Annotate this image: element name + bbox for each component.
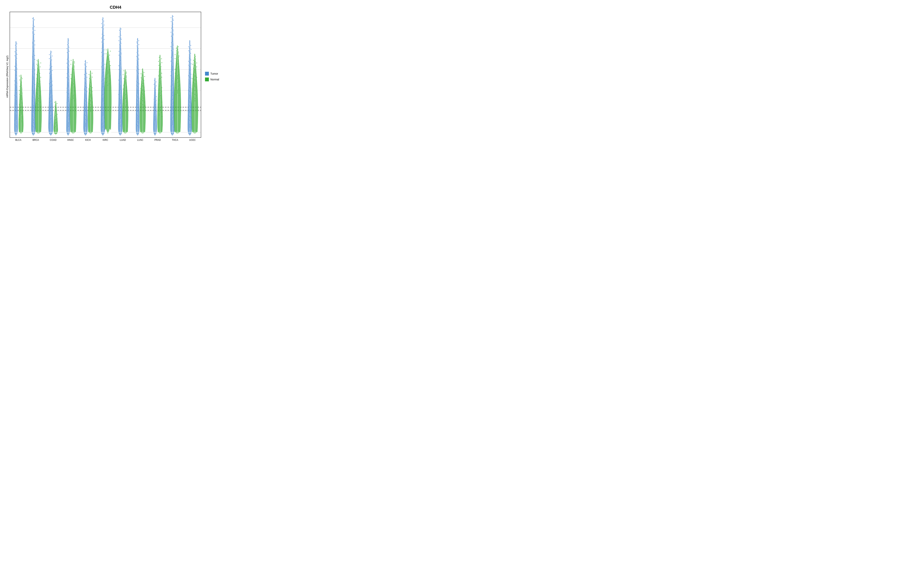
svg-point-671 xyxy=(120,57,121,58)
svg-point-36 xyxy=(15,99,16,100)
svg-point-286 xyxy=(50,63,52,64)
svg-point-739 xyxy=(137,107,138,108)
svg-point-750 xyxy=(137,92,138,93)
svg-point-864 xyxy=(160,110,161,111)
svg-point-48 xyxy=(16,83,17,84)
svg-point-578 xyxy=(102,31,103,32)
svg-point-282 xyxy=(49,69,50,69)
svg-point-341 xyxy=(68,100,69,101)
svg-point-909 xyxy=(172,124,173,125)
svg-point-880 xyxy=(159,89,160,89)
svg-point-128 xyxy=(32,114,33,115)
svg-point-680 xyxy=(120,45,121,47)
svg-point-173 xyxy=(34,55,35,56)
svg-point-615 xyxy=(107,52,108,53)
svg-point-636 xyxy=(120,103,121,104)
svg-point-423 xyxy=(85,124,86,125)
svg-point-139 xyxy=(32,100,33,101)
svg-point-60 xyxy=(16,67,17,68)
svg-point-65 xyxy=(16,61,16,61)
svg-point-354 xyxy=(68,82,69,84)
svg-point-927 xyxy=(171,100,171,101)
svg-point-174 xyxy=(32,54,34,55)
svg-point-875 xyxy=(160,95,161,96)
svg-point-459 xyxy=(86,77,87,78)
svg-point-881 xyxy=(161,87,162,88)
svg-point-444 xyxy=(85,97,86,98)
svg-point-1085 xyxy=(189,57,190,58)
svg-point-481 xyxy=(90,100,91,102)
svg-point-89 xyxy=(20,111,21,112)
svg-point-717 xyxy=(126,77,127,78)
svg-point-749 xyxy=(138,94,139,95)
svg-point-266 xyxy=(50,90,51,91)
svg-point-660 xyxy=(120,72,121,73)
svg-point-775 xyxy=(137,60,137,61)
svg-point-254 xyxy=(51,106,52,107)
svg-point-21 xyxy=(16,119,17,119)
svg-point-124 xyxy=(33,119,34,121)
svg-point-945 xyxy=(173,77,173,77)
svg-point-929 xyxy=(173,98,174,98)
svg-point-814 xyxy=(141,77,142,78)
svg-point-789 xyxy=(136,42,137,42)
svg-point-914 xyxy=(173,117,173,118)
svg-point-786 xyxy=(136,45,137,46)
svg-point-1071 xyxy=(188,75,189,76)
svg-point-868 xyxy=(158,104,159,105)
svg-point-438 xyxy=(85,105,86,105)
svg-point-1070 xyxy=(189,77,190,77)
svg-point-865 xyxy=(159,108,160,109)
svg-point-437 xyxy=(86,106,87,107)
svg-point-790 xyxy=(138,40,139,41)
svg-point-722 xyxy=(123,70,124,71)
svg-point-451 xyxy=(86,87,87,88)
x-axis-label-ucec: UCEC xyxy=(184,139,201,141)
svg-point-528 xyxy=(103,97,104,98)
svg-point-322 xyxy=(68,125,68,126)
svg-point-736 xyxy=(137,111,138,112)
svg-point-543 xyxy=(102,77,102,78)
svg-point-774 xyxy=(137,61,138,62)
svg-point-548 xyxy=(102,70,103,71)
svg-point-727 xyxy=(138,123,139,124)
svg-point-217 xyxy=(39,87,40,88)
svg-point-1117 xyxy=(196,77,197,78)
svg-point-164 xyxy=(32,67,33,68)
svg-point-27 xyxy=(16,111,17,112)
svg-point-747 xyxy=(137,97,138,98)
svg-point-754 xyxy=(138,87,139,88)
svg-point-703 xyxy=(124,95,125,96)
svg-point-1130 xyxy=(193,60,194,61)
svg-point-1035 xyxy=(189,123,190,124)
svg-point-732 xyxy=(137,116,139,117)
svg-point-1055 xyxy=(189,97,191,97)
svg-point-190 xyxy=(32,32,33,34)
svg-point-556 xyxy=(103,60,104,61)
svg-point-29 xyxy=(16,108,17,109)
svg-point-379 xyxy=(68,50,69,50)
svg-point-1004 xyxy=(178,81,179,82)
svg-point-651 xyxy=(119,84,120,84)
svg-point-350 xyxy=(66,88,68,89)
svg-point-1023 xyxy=(178,56,179,56)
svg-point-734 xyxy=(136,113,137,114)
svg-point-515 xyxy=(102,113,103,114)
svg-point-545 xyxy=(103,74,104,75)
svg-point-362 xyxy=(68,72,69,73)
svg-point-287 xyxy=(50,62,51,63)
svg-point-363 xyxy=(68,71,69,71)
svg-point-665 xyxy=(118,65,120,66)
svg-point-771 xyxy=(137,65,139,66)
svg-point-463 xyxy=(85,71,86,73)
svg-point-1090 xyxy=(188,50,189,51)
svg-point-910 xyxy=(172,123,173,124)
svg-point-763 xyxy=(137,76,138,77)
svg-point-1114 xyxy=(196,81,197,82)
svg-point-1021 xyxy=(174,58,176,59)
svg-point-196 xyxy=(32,25,34,26)
svg-point-564 xyxy=(103,50,105,50)
svg-point-634 xyxy=(121,106,122,107)
legend-label-normal: Normal xyxy=(210,78,219,81)
svg-point-731 xyxy=(137,117,138,118)
